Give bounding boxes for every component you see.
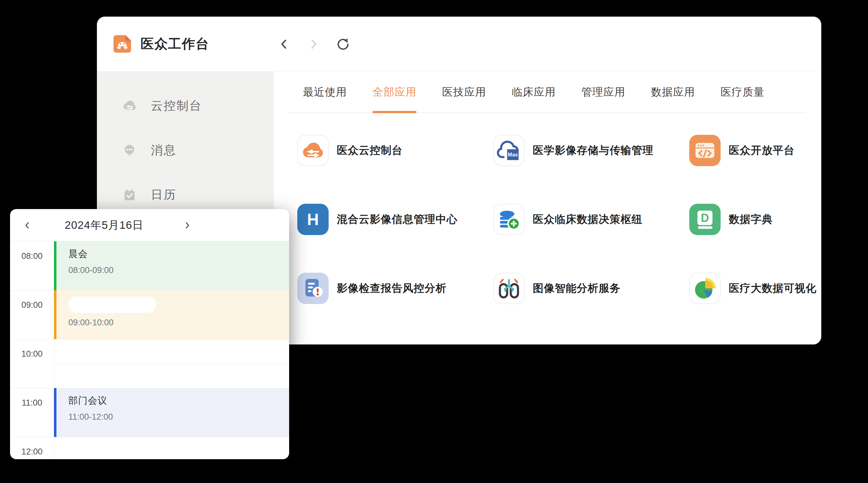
message-bubble-icon <box>122 142 137 158</box>
pie-chart-icon <box>689 273 721 304</box>
chevron-right-icon <box>183 221 191 229</box>
event-time: 11:00-12:00 <box>68 412 289 422</box>
event-time: 08:00-09:00 <box>68 265 289 275</box>
tab-medical-quality[interactable]: 医疗质量 <box>721 71 765 112</box>
chevron-right-icon <box>307 38 320 51</box>
calendar-event-department-meeting[interactable]: 部门会议 11:00-12:00 <box>54 388 289 437</box>
app-item-label: 医众临床数据决策枢纽 <box>533 212 643 227</box>
tab-data-apps[interactable]: 数据应用 <box>651 71 695 112</box>
dictionary-book-icon: D <box>689 204 721 235</box>
tab-clinical-apps[interactable]: 临床应用 <box>512 71 556 112</box>
next-day-button[interactable] <box>179 209 195 242</box>
window-header: 医众工作台 <box>97 17 821 71</box>
calendar-panel: 2024年5月16日 08:00 09:00 10:00 11:00 12:00… <box>10 209 289 459</box>
app-logo-icon <box>114 35 131 53</box>
hour-gridline <box>10 437 289 437</box>
event-title: 部门会议 <box>68 394 289 407</box>
app-item-label: 影像检查报告风控分析 <box>337 281 446 296</box>
code-window-icon <box>689 135 721 166</box>
time-label: 11:00 <box>10 398 54 408</box>
cloud-settings-icon <box>297 135 329 166</box>
refresh-icon <box>336 37 350 51</box>
nav-controls <box>277 17 350 71</box>
app-item-data-dictionary[interactable]: D 数据字典 <box>689 204 821 235</box>
app-item-label: 医众开放平台 <box>729 143 795 158</box>
app-grid: 医众云控制台 Mas 医学影像存储与传输管理 <box>274 113 821 304</box>
sidebar-item-label: 消息 <box>151 142 177 158</box>
event-time: 09:00-10:00 <box>68 318 289 327</box>
cloud-console-icon <box>122 98 137 113</box>
hour-gridline <box>10 339 289 340</box>
app-item-label: 数据字典 <box>729 212 773 227</box>
mas-label: Mas <box>508 152 518 157</box>
lungs-icon <box>493 273 525 304</box>
app-item-report-risk-analysis[interactable]: 影像检查报告风控分析 <box>297 273 493 304</box>
forward-button[interactable] <box>307 37 320 51</box>
redacted-event-title <box>68 296 156 313</box>
app-item-label: 混合云影像信息管理中心 <box>337 212 458 227</box>
calendar-event-redacted[interactable]: 09:00-10:00 <box>54 290 289 339</box>
letter-h-icon: H <box>297 204 329 235</box>
tab-management-apps[interactable]: 管理应用 <box>581 71 625 112</box>
chevron-left-icon <box>278 38 290 51</box>
calendar-date-title: 2024年5月16日 <box>38 209 170 242</box>
app-item-label: 医学影像存储与传输管理 <box>533 143 653 158</box>
tab-all-apps[interactable]: 全部应用 <box>373 71 416 112</box>
app-item-label: 图像智能分析服务 <box>533 281 621 296</box>
cloud-mas-icon: Mas <box>493 135 525 166</box>
time-label: 09:00 <box>10 300 54 310</box>
h-label: H <box>307 210 319 228</box>
calendar-body: 08:00 09:00 10:00 11:00 12:00 晨会 08:00-0… <box>10 242 289 459</box>
calendar-header: 2024年5月16日 <box>10 209 289 242</box>
app-item-image-ai-analysis[interactable]: 图像智能分析服务 <box>493 273 689 304</box>
time-label: 10:00 <box>10 349 54 359</box>
app-item-cloud-console[interactable]: 医众云控制台 <box>297 135 493 166</box>
back-button[interactable] <box>277 37 291 51</box>
tabs-bar: 最近使用 全部应用 医技应用 临床应用 管理应用 数据应用 医疗质量 <box>289 71 806 113</box>
half-hour-gridline <box>54 363 289 364</box>
sidebar-item-label: 云控制台 <box>151 98 202 114</box>
sidebar-item-label: 日历 <box>151 187 177 203</box>
tab-recent[interactable]: 最近使用 <box>303 71 347 112</box>
app-item-big-data-visualization[interactable]: 医疗大数据可视化 <box>689 273 821 304</box>
calendar-event-morning-meeting[interactable]: 晨会 08:00-09:00 <box>54 242 289 290</box>
event-title: 晨会 <box>68 248 289 260</box>
screen: 医众工作台 <box>0 0 868 483</box>
calendar-check-icon <box>122 187 137 202</box>
refresh-button[interactable] <box>336 37 350 51</box>
content-panel: 最近使用 全部应用 医技应用 临床应用 管理应用 数据应用 医疗质量 <box>274 71 821 345</box>
app-item-open-platform[interactable]: 医众开放平台 <box>689 135 821 166</box>
app-item-label: 医疗大数据可视化 <box>729 281 816 296</box>
app-item-hybrid-cloud-imaging[interactable]: H 混合云影像信息管理中心 <box>297 204 493 235</box>
tab-medtech-apps[interactable]: 医技应用 <box>442 71 486 112</box>
app-item-clinical-data-hub[interactable]: 医众临床数据决策枢纽 <box>493 204 689 235</box>
d-label: D <box>701 212 709 224</box>
app-item-imaging-storage[interactable]: Mas 医学影像存储与传输管理 <box>493 135 689 166</box>
time-label: 08:00 <box>10 251 54 261</box>
chevron-left-icon <box>23 221 31 229</box>
app-title: 医众工作台 <box>141 35 210 53</box>
prev-day-button[interactable] <box>20 209 35 242</box>
report-alert-icon <box>297 273 329 304</box>
time-label: 12:00 <box>10 447 54 457</box>
sidebar-item-messages[interactable]: 消息 <box>97 128 274 172</box>
sidebar-item-cloud-console[interactable]: 云控制台 <box>97 84 274 128</box>
database-plus-icon <box>493 204 525 235</box>
app-item-label: 医众云控制台 <box>337 143 403 158</box>
